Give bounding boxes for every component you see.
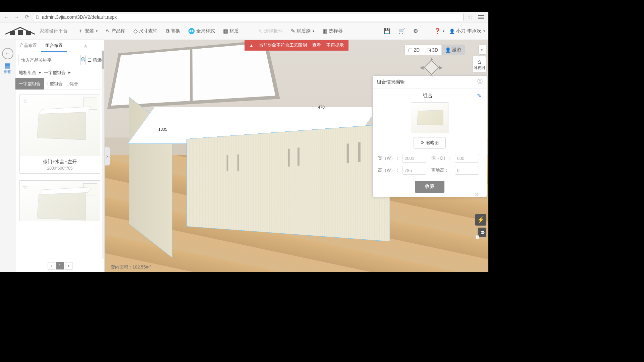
browser-reload[interactable]: ⟳: [23, 13, 31, 21]
favorite-star-icon[interactable]: ☆: [22, 183, 28, 191]
quick-action-button[interactable]: ⚡: [475, 214, 486, 226]
navigation-compass[interactable]: ▲ ▼ ◀ ▶: [421, 57, 441, 77]
user-menu[interactable]: 👤小刀-李承欢▾: [449, 28, 485, 34]
tab-favorites[interactable]: ★: [67, 40, 104, 52]
product-preview: [37, 192, 86, 221]
install-button[interactable]: ＋安装▾: [74, 25, 101, 37]
search-icon: 🔍: [80, 57, 86, 63]
browser-back[interactable]: ←: [3, 13, 11, 21]
arrow-right-icon: ▶: [439, 65, 443, 70]
favorite-star-icon[interactable]: ☆: [22, 98, 28, 105]
brush-icon: ✎: [291, 28, 295, 34]
subtab-youshe[interactable]: 优舍: [66, 78, 82, 89]
dimension-label: 1305: [158, 127, 167, 132]
caret-down-icon: ▾: [313, 29, 314, 33]
depth-input[interactable]: [455, 154, 479, 163]
search-button[interactable]: 🔍: [80, 55, 86, 65]
globe-icon: 🌐: [188, 28, 195, 34]
edit-icon[interactable]: ✎: [477, 93, 481, 99]
browser-menu-icon[interactable]: [477, 14, 486, 20]
dock-item-cabinet[interactable]: ▤ 橱柜: [3, 60, 13, 76]
viewport-3d[interactable]: 1305 470 套内面积：102.55m² ▲ 当前对象不符合工艺限制 查看 …: [105, 40, 488, 272]
selector-button[interactable]: ▦选择器: [319, 26, 346, 36]
pointer-icon: ↖: [258, 28, 263, 34]
sidebar-collapse-handle[interactable]: ›: [105, 147, 110, 166]
arrow-left-icon: ◀: [420, 65, 424, 70]
favorite-button[interactable]: 收藏: [415, 181, 444, 193]
person-icon: 👤: [445, 47, 451, 53]
back-circle-button[interactable]: ←: [2, 48, 13, 59]
plus-icon: ＋: [78, 27, 83, 35]
dimension-query-button[interactable]: ◇尺寸查询: [130, 26, 161, 36]
cart-button[interactable]: 🛒: [395, 26, 409, 36]
pager-prev[interactable]: ‹: [48, 262, 55, 269]
view-roam-button[interactable]: 👤漫游: [442, 45, 465, 55]
help-button[interactable]: ❓▾: [431, 26, 448, 36]
panel-close-button[interactable]: ⓧ: [477, 78, 483, 85]
caret-down-icon: ▾: [96, 29, 98, 33]
cabinet-model[interactable]: [131, 107, 366, 228]
material-button[interactable]: ▦材质: [220, 26, 242, 36]
save-icon: 💾: [384, 28, 390, 34]
browser-forward[interactable]: →: [13, 13, 21, 21]
material-brush-button[interactable]: ✎材质刷▾: [287, 26, 318, 36]
square-icon: ▢: [408, 47, 413, 53]
page-icon: 🗋: [35, 14, 40, 20]
cart-icon: 🛒: [398, 28, 405, 34]
pager-page[interactable]: 1: [56, 262, 64, 269]
width-input[interactable]: [402, 154, 426, 163]
ground-height-label: 离地高：: [431, 167, 452, 173]
ground-height-input[interactable]: [455, 166, 479, 175]
caret-down-icon: ▾: [483, 29, 485, 33]
warning-view-link[interactable]: 查看: [312, 42, 321, 48]
thumbnail-button[interactable]: 缩略图: [414, 137, 446, 148]
settings-button[interactable]: ⚙: [410, 26, 421, 36]
chevron-right-icon: ▸: [68, 70, 71, 76]
pager-next[interactable]: ›: [65, 262, 72, 269]
feedback-button[interactable]: 💬 我要吐槽: [478, 228, 486, 237]
svg-rect-2: [26, 31, 31, 35]
height-label: 高（W）：: [378, 167, 399, 173]
chat-icon: 💬: [481, 230, 485, 235]
panel-title: 组合信息编辑: [377, 79, 405, 85]
sidebar-scrollbar[interactable]: [102, 51, 104, 259]
breadcrumb-item[interactable]: 一字型组合: [44, 70, 66, 76]
breadcrumb-item[interactable]: 地柜组合: [19, 70, 36, 76]
warning-icon: ▲: [249, 43, 254, 48]
product-card[interactable]: ☆: [19, 180, 100, 221]
bookmark-star-icon[interactable]: ☆: [468, 13, 473, 21]
product-title: 假门+水盘+左开: [22, 159, 97, 165]
global-style-button[interactable]: 🌐全局样式: [185, 26, 218, 36]
properties-panel: 组合信息编辑 ⓧ 组合 ✎ 缩略图 宽（W）： 深（D）：: [372, 75, 487, 197]
width-label: 宽（W）：: [378, 155, 399, 161]
height-input[interactable]: [402, 166, 426, 175]
product-dimensions: 2000*600*785: [22, 166, 97, 171]
select-panel-button[interactable]: ↖选择板件: [255, 26, 286, 36]
replace-button[interactable]: ⧉替换: [162, 26, 183, 36]
product-library-button[interactable]: ↖产品库: [102, 26, 129, 36]
cube-icon: ◳: [427, 47, 431, 53]
nav-map-button[interactable]: ⌂导视图: [472, 56, 486, 73]
view-2d-button[interactable]: ▢2D: [405, 45, 423, 55]
svg-rect-1: [18, 30, 23, 35]
panel-collapse-button[interactable]: «: [478, 45, 486, 55]
home-icon: ⌂: [478, 58, 481, 65]
panel-preview: [411, 102, 448, 133]
url-bar[interactable]: 🗋 admin.3vjia.com/3D/V2/default.aspx: [33, 13, 464, 21]
search-input[interactable]: [18, 55, 80, 65]
tab-combo-layout[interactable]: 组合布置: [41, 40, 67, 52]
subtab-l-shape[interactable]: L型组合: [44, 78, 66, 89]
chevron-right-icon: ▸: [39, 70, 41, 76]
view-3d-button[interactable]: ◳3D: [423, 45, 442, 55]
help-icon: ❓: [434, 28, 441, 34]
product-card[interactable]: ☆ 假门+水盘+左开 2000*600*785: [19, 95, 100, 174]
list-icon: ☰: [88, 58, 92, 63]
depth-label: 深（D）：: [431, 155, 452, 161]
warning-dismiss-link[interactable]: 不再提示: [326, 42, 344, 48]
tab-product-layout[interactable]: 产品布置: [15, 40, 41, 52]
cabinet-icon: ▤: [4, 61, 11, 69]
filter-button[interactable]: ☰筛选: [88, 57, 102, 63]
ruler-icon: ◇: [133, 28, 138, 34]
subtab-straight[interactable]: 一字型组合: [15, 78, 44, 89]
save-button[interactable]: 💾: [380, 26, 394, 36]
